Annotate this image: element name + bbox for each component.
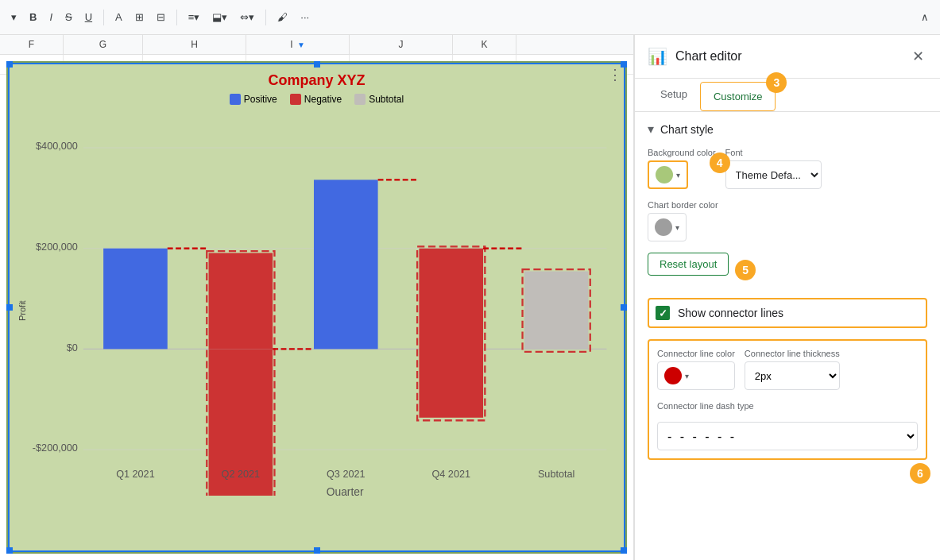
col-header-f: F [0,35,64,54]
col-header-k: K [453,35,516,54]
connector-settings: Connector line color ▾ Connector line th… [648,339,927,460]
tab-customize[interactable]: Customize [700,82,776,111]
align-h-btn[interactable]: ≡▾ [184,8,205,26]
border-color-group: Chart border color ▾ [648,200,927,241]
svg-text:Q2 2021: Q2 2021 [222,469,261,480]
bg-color-swatch [656,166,673,183]
conn-color-chevron-icon: ▾ [685,372,689,380]
handle-right[interactable] [621,304,627,311]
chart-editor-icon: 📊 [648,47,667,66]
section-chevron: ▾ [648,122,654,137]
svg-text:Q3 2021: Q3 2021 [327,469,366,480]
handle-bottom[interactable] [314,547,320,554]
close-button[interactable]: ✕ [909,44,927,68]
collapse-btn[interactable]: ∧ [916,8,934,26]
border-color-chevron-icon: ▾ [675,223,679,232]
strikethrough-btn[interactable]: S [60,8,77,26]
editor-tabs: Setup Customize 3 [635,79,940,112]
svg-text:$400,000: $400,000 [36,141,78,152]
chart-svg: $400,000 $200,000 $0 -$200,000 [30,111,616,496]
sheet-content: ⋮ Company XYZ Positive Negative S [0,55,633,560]
section-title: Chart style [660,123,714,136]
handle-tl[interactable] [6,61,13,68]
show-connector-row: Show connector lines [648,298,927,328]
fill-color-btn[interactable]: A [110,8,127,26]
conn-color-btn[interactable]: ▾ [657,361,735,390]
bg-font-row: Background color ▾ 4 Font Theme Defa... … [648,148,927,189]
border-color-swatch [655,218,672,236]
underline-btn[interactable]: U [80,8,97,26]
bar-subtotal [524,272,589,350]
conn-thickness-select[interactable]: 2px 1px 3px 4px [745,361,840,390]
font-label: Font [725,148,822,157]
svg-text:Q1 2021: Q1 2021 [116,469,155,480]
badge-6: 6 [910,463,930,484]
bar-q4-negative [419,249,483,418]
handle-br[interactable] [621,547,627,554]
chart-legend: Positive Negative Subtotal [17,94,616,105]
y-axis-label: Profit [17,111,27,510]
font-select[interactable]: Theme Defa... Arial Roboto [725,160,822,189]
font-menu-btn[interactable]: ▾ [6,8,21,26]
chart-title: Company XYZ [17,72,616,89]
legend-dot-negative [290,94,301,105]
handle-top[interactable] [314,61,320,68]
bg-color-btn[interactable]: ▾ [648,160,688,189]
spreadsheet-area: F G H I ▼ J K [0,35,634,560]
svg-text:-$200,000: -$200,000 [33,442,78,454]
conn-color-group: Connector line color ▾ [657,349,735,390]
editor-header: 📊 Chart editor ✕ [635,35,940,79]
bar-q2-neg-upper [209,253,273,349]
svg-text:$0: $0 [67,342,78,353]
connector-checkbox[interactable] [656,306,670,320]
badge-4: 4 [710,153,730,173]
col-header-j: J [350,35,453,54]
border-color-btn[interactable]: ▾ [648,213,687,241]
connector-label: Show connector lines [678,307,783,319]
italic-btn[interactable]: I [44,8,57,26]
bar-q3-positive [314,180,378,349]
svg-text:Subtotal: Subtotal [538,469,574,480]
bg-color-label: Background color [648,148,716,157]
svg-text:Q4 2021: Q4 2021 [431,469,470,480]
badge-5: 5 [735,260,756,280]
col-header-g: G [64,35,143,54]
handle-left[interactable] [6,304,13,311]
toolbar: ▾ B I S U A ⊞ ⊟ ≡▾ ⬓▾ ⇔▾ 🖌 ··· ∧ [0,0,940,35]
bold-btn[interactable]: B [25,8,41,26]
col-header-h: H [143,35,246,54]
conn-color-thickness-row: Connector line color ▾ Connector line th… [657,349,918,390]
conn-dash-label: Connector line dash type [657,401,918,411]
reset-layout-btn[interactable]: Reset layout [648,253,729,276]
legend-negative: Negative [290,94,342,105]
chart-editor-panel: 📊 Chart editor ✕ Setup Customize 3 ▾ Cha… [634,35,940,560]
text-rotate-btn[interactable]: ⇔▾ [235,8,259,26]
border-color-label: Chart border color [648,200,927,210]
conn-color-swatch [664,367,682,384]
divider-2 [176,10,177,25]
legend-label-subtotal: Subtotal [369,94,404,105]
chart-style-section-header[interactable]: ▾ Chart style [648,122,927,137]
tab-setup[interactable]: Setup [648,79,700,111]
divider-3 [265,10,266,25]
chart-plot-area: $400,000 $200,000 $0 -$200,000 [30,111,616,510]
font-group: Font Theme Defa... Arial Roboto [725,148,822,189]
bar-q1-positive [103,249,168,350]
handle-bl[interactable] [6,547,13,554]
bg-color-chevron-icon: ▾ [676,171,680,180]
more-btn[interactable]: ··· [296,8,314,26]
merge-btn[interactable]: ⊟ [152,8,170,26]
editor-content: ▾ Chart style Background color ▾ 4 [635,112,940,560]
legend-dot-positive [230,94,241,105]
chart-container: ⋮ Company XYZ Positive Negative S [6,61,627,554]
conn-color-label: Connector line color [657,349,735,358]
conn-thickness-label: Connector line thickness [745,349,840,358]
align-v-btn[interactable]: ⬓▾ [207,8,232,26]
paint-format-btn[interactable]: 🖌 [273,8,292,26]
chart-menu-btn[interactable]: ⋮ [608,66,622,83]
conn-dash-select[interactable]: - - - - - - ———— ····· [657,422,918,450]
editor-title: Chart editor [675,49,909,64]
cell-border-btn[interactable]: ⊞ [130,8,149,26]
legend-dot-subtotal [354,94,366,105]
svg-text:Quarter: Quarter [327,485,364,496]
